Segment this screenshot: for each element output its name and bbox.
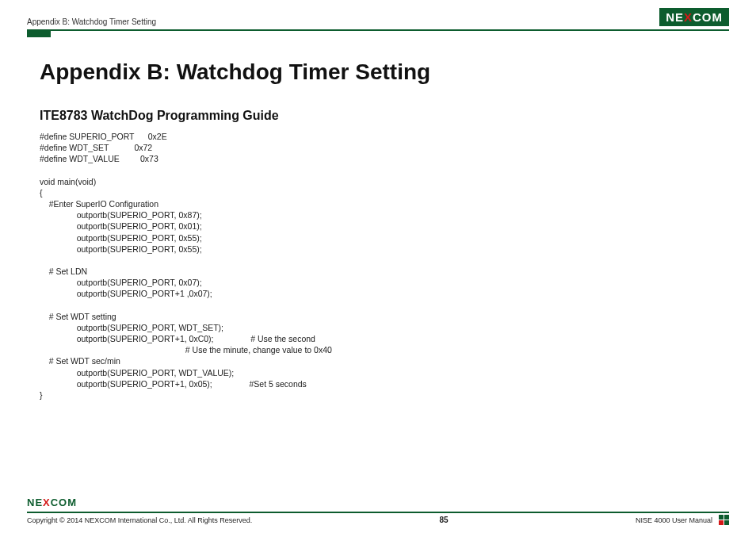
- decoration-squares-icon: [719, 515, 729, 525]
- manual-title: NISE 4000 User Manual: [636, 516, 712, 524]
- breadcrumb: Appendix B: Watchdog Timer Setting: [27, 17, 156, 26]
- section-tab: [27, 31, 51, 37]
- header-logo: NEXCOM: [659, 8, 729, 26]
- nexcom-logo: NEXCOM: [659, 8, 729, 26]
- footer-rule: [27, 512, 729, 513]
- page-number: 85: [440, 516, 449, 524]
- header-rule: [27, 29, 729, 31]
- footer-logo: NEXCOM: [27, 495, 729, 510]
- copyright-text: Copyright © 2014 NEXCOM International Co…: [27, 516, 252, 524]
- page-title: Appendix B: Watchdog Timer Setting: [40, 59, 716, 85]
- code-listing: #define SUPERIO_PORT 0x2E #define WDT_SE…: [40, 131, 716, 401]
- section-heading: ITE8783 WatchDog Programming Guide: [40, 109, 716, 123]
